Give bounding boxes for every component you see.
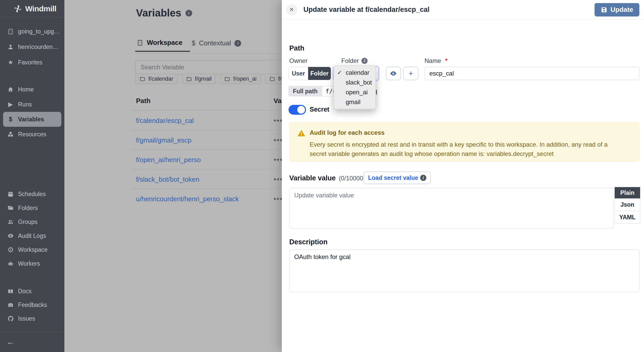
- dropdown-option-open-ai[interactable]: open_ai: [334, 87, 376, 97]
- description-textarea[interactable]: OAuth token for gcal: [289, 249, 639, 292]
- eye-icon: [390, 70, 397, 77]
- book-icon: [7, 288, 14, 295]
- sidebar-item-feedbacks[interactable]: Feedbacks: [0, 298, 64, 312]
- users-gear-icon: [7, 219, 14, 225]
- boxes-icon: [7, 131, 14, 137]
- sidebar-item-runs[interactable]: ▶ Runs: [0, 97, 64, 112]
- sidebar-item-docs[interactable]: Docs: [0, 284, 64, 298]
- sidebar-item-workers[interactable]: Workers: [0, 257, 64, 271]
- dropdown-option-label: gmail: [346, 98, 360, 106]
- close-icon[interactable]: ×: [286, 4, 297, 15]
- description-heading: Description: [289, 238, 328, 246]
- sidebar-item-schedules[interactable]: Schedules: [0, 187, 64, 201]
- eye-icon: [7, 232, 14, 239]
- dropdown-option-label: slack_bot: [346, 79, 372, 86]
- home-icon: [7, 86, 14, 93]
- play-icon: ▶: [7, 101, 14, 108]
- sidebar-item-variables[interactable]: $ Variables: [3, 112, 61, 127]
- folder-label: Folder i: [341, 57, 368, 64]
- sidebar-item-user[interactable]: henricourden…: [0, 39, 64, 55]
- folder-dropdown-menu: ✓ calendar slack_bot open_ai gmail: [334, 65, 376, 109]
- name-label: Name *: [425, 57, 447, 64]
- folders-label: Folders: [18, 205, 38, 212]
- user-name: henricourden…: [18, 44, 58, 51]
- sidebar-item-resources[interactable]: Resources: [0, 127, 64, 142]
- sidebar-item-workspace-switcher[interactable]: going_to_upg…: [0, 24, 64, 39]
- owner-kind-folder[interactable]: Folder: [308, 67, 331, 80]
- dropdown-option-gmail[interactable]: gmail: [334, 97, 376, 107]
- dropdown-option-label: open_ai: [346, 89, 368, 96]
- audit-log-warning: Audit log for each access Every secret i…: [289, 122, 639, 162]
- owner-kind-user[interactable]: User: [289, 67, 308, 80]
- warning-icon: [297, 129, 306, 137]
- discord-icon: [7, 302, 14, 308]
- sidebar: Windmill going_to_upg… henricourd: [0, 0, 64, 352]
- workspace-label: Workspace: [18, 246, 48, 253]
- arrow-left-icon: ←: [7, 338, 14, 346]
- plus-icon: +: [409, 69, 413, 78]
- variable-name-input[interactable]: [425, 67, 639, 80]
- drawer-header: × Update variable at f/calendar/escp_cal…: [282, 0, 644, 20]
- sidebar-item-audit-logs[interactable]: Audit Logs: [0, 229, 64, 243]
- format-plain-button[interactable]: Plain: [615, 187, 640, 198]
- add-folder-button[interactable]: +: [403, 67, 418, 80]
- update-variable-drawer: × Update variable at f/calendar/escp_cal…: [282, 0, 644, 352]
- toggle-knob: [297, 106, 305, 114]
- github-icon: [7, 315, 14, 322]
- runs-label: Runs: [18, 101, 32, 108]
- format-toggle-group: Plain Json YAML: [615, 187, 640, 224]
- workspace-group: going_to_upg… henricourden… ★ Favorites: [0, 24, 64, 70]
- sidebar-item-folders[interactable]: Folders: [0, 201, 64, 215]
- sidebar-item-favorites[interactable]: ★ Favorites: [0, 55, 64, 70]
- info-icon: i: [361, 58, 368, 64]
- info-icon: i: [420, 175, 426, 181]
- format-yaml-button[interactable]: YAML: [615, 211, 640, 224]
- update-button-label: Update: [611, 6, 633, 14]
- drawer-title: Update variable at f/calendar/escp_cal: [303, 6, 429, 14]
- groups-label: Groups: [18, 219, 37, 225]
- dropdown-option-slack-bot[interactable]: slack_bot: [334, 78, 376, 87]
- calendar-icon: [7, 191, 14, 197]
- sidebar-item-workspace-settings[interactable]: ⚙ Workspace: [0, 243, 64, 257]
- check-icon: ✓: [337, 69, 342, 76]
- app-root: Windmill going_to_upg… henricourd: [0, 0, 644, 352]
- favorites-label: Favorites: [18, 59, 43, 66]
- app-title: Windmill: [25, 4, 56, 13]
- drawer-body: Path Owner Folder i Name * User Folder c…: [282, 20, 644, 352]
- dropdown-option-label: calendar: [346, 69, 369, 76]
- save-icon: [601, 6, 607, 13]
- gear-icon: ⚙: [7, 246, 14, 254]
- secondary-nav: Schedules Folders: [0, 187, 64, 271]
- audit-logs-label: Audit Logs: [18, 232, 46, 239]
- dropdown-option-calendar[interactable]: ✓ calendar: [334, 68, 376, 78]
- logo-row[interactable]: Windmill: [0, 0, 64, 18]
- windmill-logo-icon: [13, 4, 22, 13]
- issues-label: Issues: [18, 315, 35, 322]
- robot-icon: [7, 261, 14, 267]
- required-asterisk: *: [445, 57, 447, 64]
- view-folder-button[interactable]: [386, 67, 401, 80]
- home-label: Home: [18, 86, 34, 93]
- warning-body: Every secret is encrypted at rest and in…: [310, 140, 624, 158]
- sidebar-item-home[interactable]: Home: [0, 82, 64, 97]
- secret-toggle[interactable]: [289, 105, 306, 115]
- workspace-name: going_to_upg…: [18, 28, 60, 35]
- update-button[interactable]: Update: [595, 3, 639, 16]
- sidebar-item-groups[interactable]: Groups: [0, 215, 64, 229]
- full-path-label: Full path: [289, 86, 322, 96]
- footer-nav: Docs Feedbacks Issues: [0, 284, 64, 352]
- warning-title: Audit log for each access: [310, 129, 385, 136]
- schedules-label: Schedules: [18, 191, 46, 198]
- variable-value-textarea[interactable]: [289, 188, 613, 229]
- load-secret-value-button[interactable]: Load secret value i: [364, 172, 431, 184]
- folder-open-icon: [7, 205, 14, 211]
- name-label-text: Name: [425, 57, 441, 64]
- secret-toggle-label: Secret: [310, 106, 329, 113]
- owner-kind-toggle: User Folder: [289, 67, 331, 80]
- format-json-button[interactable]: Json: [615, 198, 640, 211]
- collapse-sidebar-button[interactable]: ←: [0, 332, 64, 352]
- user-icon: [7, 44, 14, 50]
- sidebar-item-issues[interactable]: Issues: [0, 312, 64, 325]
- resources-label: Resources: [18, 131, 46, 138]
- building-icon: [7, 28, 14, 35]
